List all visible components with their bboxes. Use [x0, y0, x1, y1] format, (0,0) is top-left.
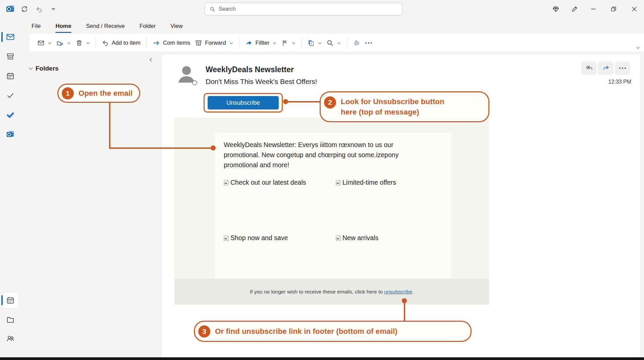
broken-image-icon	[223, 179, 230, 186]
reply-all-icon	[585, 64, 593, 72]
broken-image-icon	[335, 179, 342, 186]
chevron-down-icon[interactable]	[87, 41, 90, 44]
ribbon-toolbar: Add to item Com items Forward Fillter	[30, 34, 644, 52]
titlebar: Search	[0, 0, 644, 18]
search-input[interactable]: Search	[205, 3, 402, 15]
connector-dot-step1	[211, 145, 216, 150]
move-to-folder-button[interactable]	[54, 37, 73, 49]
connector-dot-step2	[283, 99, 288, 104]
connector-line-step1-vertical	[109, 102, 110, 148]
checkmark-icon	[6, 91, 15, 100]
image-placeholder: Shop now and save	[223, 234, 288, 242]
tab-send-receive[interactable]: Send / Receive	[86, 21, 125, 31]
edit-pencil-icon[interactable]	[569, 3, 580, 15]
envelope-icon	[37, 39, 45, 47]
rail-folders-button[interactable]	[3, 312, 18, 327]
delete-button[interactable]	[73, 37, 92, 49]
tab-home[interactable]: Home	[55, 21, 72, 31]
flag-button[interactable]	[279, 37, 298, 49]
customize-toolbar-icon[interactable]	[48, 3, 59, 15]
newsletter-text: WeeklyDeals Newsletter: Everys iiittom r…	[224, 140, 420, 170]
rail-outlook-button[interactable]	[3, 127, 18, 142]
unsubscribe-button[interactable]: Unsubscribe	[208, 96, 279, 109]
folders-label: Folders	[36, 65, 59, 72]
annotation-step1: 1 Open the email	[57, 84, 140, 103]
rail-people-button[interactable]	[3, 331, 18, 346]
people-icon	[6, 334, 15, 343]
rail-calendar-button[interactable]	[3, 68, 18, 84]
toolbar-divider	[146, 38, 147, 48]
more-commands-button[interactable]	[363, 40, 374, 46]
annotation-label: Open the email	[78, 89, 132, 98]
chevron-down-icon[interactable]	[318, 41, 322, 44]
archive-box-icon	[195, 39, 202, 47]
new-mail-button[interactable]	[35, 37, 54, 49]
add-to-item-button[interactable]: Add to item	[99, 37, 143, 49]
minimize-button[interactable]	[588, 3, 599, 15]
toolbar-divider	[301, 38, 302, 48]
menubar: File Home Send / Receive Folder View	[20, 18, 644, 34]
image-placeholder: Limited-time offers	[335, 179, 396, 186]
connector-line-step3	[404, 302, 405, 321]
tags-button[interactable]	[305, 37, 324, 49]
mail-icon	[6, 32, 15, 42]
magnifier-icon	[326, 39, 334, 47]
chevron-down-icon[interactable]	[292, 41, 296, 44]
rail-calendar2-button[interactable]	[3, 292, 18, 308]
broken-image-icon	[335, 235, 342, 241]
folder-edit-icon	[56, 39, 64, 47]
chevron-down-icon[interactable]	[337, 41, 341, 44]
presence-indicator	[192, 80, 197, 85]
tab-view[interactable]: View	[170, 21, 183, 31]
chevron-down-icon[interactable]	[48, 41, 52, 44]
rail-archive-button[interactable]	[3, 49, 18, 64]
arrow-right-icon	[152, 39, 160, 47]
forward-icon	[601, 64, 610, 72]
chevron-down-icon[interactable]	[229, 41, 233, 44]
tab-folder[interactable]: Folder	[139, 21, 156, 31]
rules-stamp-button[interactable]	[350, 37, 363, 49]
chevron-down-icon[interactable]	[273, 41, 276, 44]
calendar-icon	[6, 72, 15, 80]
forward-button[interactable]: Forward	[193, 37, 235, 49]
chevron-left-icon	[150, 58, 153, 61]
rail-mail-button[interactable]	[3, 29, 18, 45]
message-more-button[interactable]	[615, 61, 630, 75]
search-icon	[210, 6, 215, 12]
broken-image-icon	[223, 235, 230, 241]
sync-icon[interactable]	[19, 3, 30, 15]
collapse-pane-button[interactable]	[148, 56, 156, 64]
tab-file[interactable]: File	[31, 21, 41, 31]
connector-line-step1-horizontal	[109, 147, 211, 149]
sender-name: WeeklyDeals Newsletter	[206, 65, 294, 74]
newsletter-footer: If you no longer wish to receive these e…	[174, 279, 489, 305]
restore-button[interactable]	[608, 3, 619, 15]
com-items-button[interactable]: Com items	[150, 37, 193, 49]
forward-message-button[interactable]	[598, 61, 613, 75]
undo-arrow-icon	[102, 39, 109, 47]
message-subject: Don't Miss This Week's Best Offers!	[206, 78, 317, 86]
reply-all-button[interactable]	[581, 61, 597, 75]
close-button[interactable]	[629, 3, 640, 15]
filter-button[interactable]: Fillter	[243, 37, 279, 49]
taskbar-strip	[0, 357, 644, 360]
search-tool-button[interactable]	[324, 37, 343, 49]
more-icon	[619, 68, 626, 69]
rail-tasks-button[interactable]	[3, 88, 18, 103]
unsubscribe-highlight-box: Unsubscribe	[204, 93, 283, 113]
toolbar-divider	[96, 38, 96, 48]
stamp-icon	[353, 39, 361, 47]
unsubscribe-link[interactable]: unsubscribe	[384, 289, 412, 295]
toolbar-divider	[346, 38, 347, 48]
chevron-down-icon[interactable]	[67, 41, 71, 44]
rail-todo-button[interactable]	[3, 107, 18, 123]
undo-icon[interactable]	[34, 3, 45, 15]
archive-icon	[6, 52, 15, 61]
step-number-badge: 1	[62, 87, 74, 99]
image-placeholder: Check out our latest deals	[223, 179, 306, 186]
folders-header[interactable]: Folders	[30, 65, 59, 72]
filter-arrow-icon	[245, 39, 253, 47]
feedback-diamond-icon[interactable]	[550, 3, 561, 15]
collapse-ribbon-icon[interactable]	[637, 43, 639, 50]
flag-icon	[281, 39, 288, 47]
